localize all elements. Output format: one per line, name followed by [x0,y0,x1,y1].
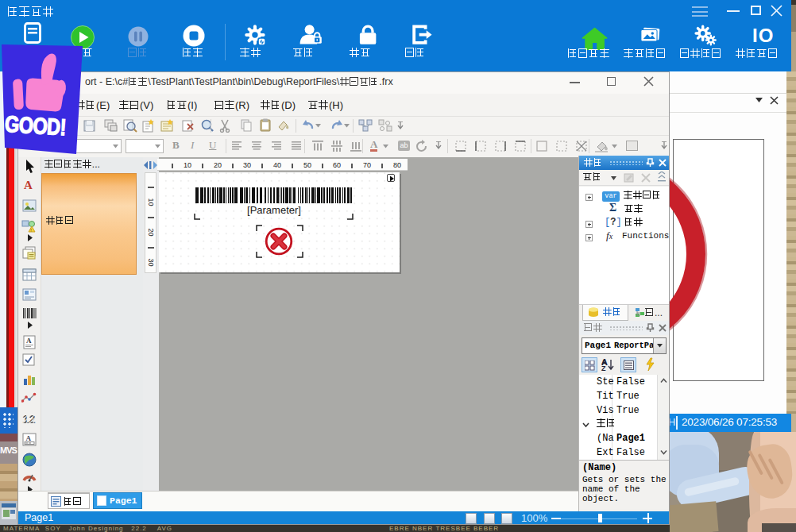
svg-text:A: A [26,434,32,442]
svg-text:Z: Z [601,364,606,372]
svg-text:12: 12 [22,413,36,426]
svg-text:A: A [26,337,32,345]
